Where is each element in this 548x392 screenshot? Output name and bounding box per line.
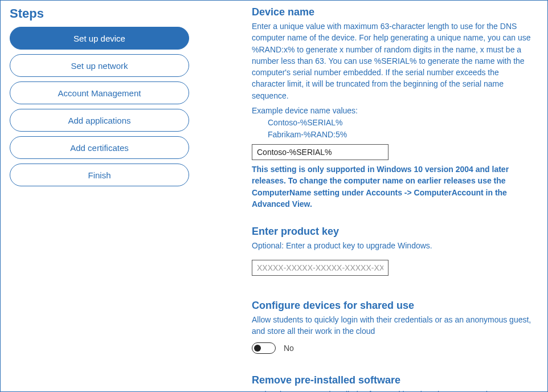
step-label: Account Management xyxy=(58,88,141,98)
shared-use-toggle[interactable] xyxy=(252,342,276,354)
step-finish[interactable]: Finish xyxy=(10,164,189,186)
step-add-certificates[interactable]: Add certificates xyxy=(10,136,189,159)
product-key-title: Enter product key xyxy=(252,226,533,238)
remove-software-title: Remove pre-installed software xyxy=(252,374,533,386)
device-name-desc: Enter a unique value with maximum 63-cha… xyxy=(252,21,533,101)
product-key-desc: Optional: Enter a product key to upgrade… xyxy=(252,240,533,251)
device-name-input[interactable] xyxy=(252,144,388,160)
shared-use-section: Configure devices for shared use Allow s… xyxy=(252,300,533,354)
product-key-section: Enter product key Optional: Enter a prod… xyxy=(252,226,533,279)
device-name-note: This setting is only supported in Window… xyxy=(252,164,533,210)
example-value-2: Fabrikam-%RAND:5% xyxy=(268,129,533,141)
steps-title: Steps xyxy=(10,6,189,21)
step-label: Set up network xyxy=(71,61,128,71)
product-key-input[interactable] xyxy=(252,260,388,276)
shared-use-title: Configure devices for shared use xyxy=(252,300,533,312)
remove-software-section: Remove pre-installed software Optional: … xyxy=(252,374,533,392)
toggle-knob-icon xyxy=(254,345,261,352)
steps-sidebar: Steps Set up device Set up network Accou… xyxy=(10,6,189,386)
step-set-up-network[interactable]: Set up network xyxy=(10,54,189,77)
main-content: Device name Enter a unique value with ma… xyxy=(252,6,538,386)
shared-use-toggle-label: No xyxy=(284,344,294,353)
shared-use-toggle-row: No xyxy=(252,342,533,354)
step-label: Add applications xyxy=(68,116,130,125)
step-account-management[interactable]: Account Management xyxy=(10,81,189,104)
step-label: Set up device xyxy=(73,34,125,43)
remove-software-desc: Optional: remove pre-installed software … xyxy=(252,389,533,392)
step-label: Add certificates xyxy=(70,143,129,153)
example-value-1: Contoso-%SERIAL% xyxy=(268,117,533,129)
step-set-up-device[interactable]: Set up device xyxy=(10,27,189,50)
example-label: Example device name values: xyxy=(252,106,533,115)
step-label: Finish xyxy=(88,170,111,180)
shared-use-desc: Allow students to quickly login with the… xyxy=(252,314,533,337)
device-name-section: Device name Enter a unique value with ma… xyxy=(252,6,533,210)
step-add-applications[interactable]: Add applications xyxy=(10,109,189,132)
device-name-title: Device name xyxy=(252,6,533,18)
